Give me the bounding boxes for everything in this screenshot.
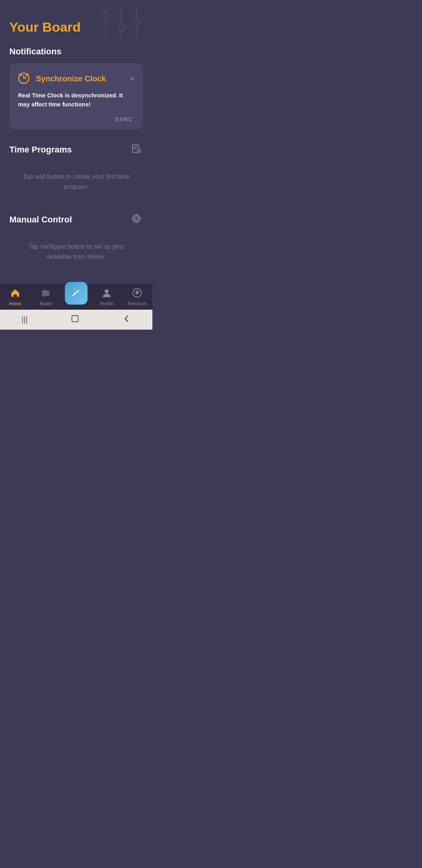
notification-card: Synchronize Clock × Real Time Clock is d… — [9, 63, 143, 129]
nav-label-home: Home — [9, 301, 21, 307]
notification-header: Synchronize Clock × — [16, 70, 136, 87]
system-recents-button[interactable]: ||| — [21, 315, 28, 324]
notification-close-button[interactable]: × — [129, 74, 136, 84]
main-content: Your Board Notifications — [0, 0, 152, 283]
svg-rect-25 — [72, 316, 78, 322]
bottom-nav: Home Board — [0, 283, 152, 310]
add-time-program-button[interactable] — [130, 142, 143, 158]
nav-item-magic[interactable] — [64, 290, 88, 305]
premium-icon — [132, 288, 142, 299]
nav-label-premium: Premium — [128, 301, 147, 307]
svg-point-23 — [105, 289, 109, 293]
system-nav: ||| — [0, 310, 152, 330]
nav-item-home[interactable]: Home — [4, 288, 27, 307]
svg-point-21 — [43, 294, 45, 296]
notification-title: Synchronize Clock — [36, 74, 106, 83]
nav-label-profile: Profile — [100, 301, 113, 307]
nav-item-board[interactable]: Board — [34, 288, 57, 307]
time-programs-section: Time Programs Tap add button to create y… — [9, 142, 143, 199]
manual-control-empty-hint: Tap configure button to set up pins avai… — [9, 234, 143, 269]
home-icon — [10, 288, 20, 299]
system-home-button[interactable] — [71, 314, 79, 325]
nav-item-profile[interactable]: Profile — [95, 288, 118, 307]
page-title: Your Board — [9, 20, 143, 35]
time-programs-title: Time Programs — [9, 145, 72, 155]
svg-point-15 — [135, 217, 138, 220]
nav-item-premium[interactable]: Premium — [125, 288, 149, 307]
magic-center-button[interactable] — [65, 282, 88, 305]
nav-label-board: Board — [39, 301, 52, 307]
time-programs-empty-hint: Tap add button to create your first time… — [9, 164, 143, 199]
notifications-section-header: Notifications — [9, 47, 143, 57]
profile-icon — [102, 288, 112, 299]
alarm-icon — [16, 70, 31, 87]
svg-point-19 — [44, 291, 46, 292]
notification-body: Real Time Clock is desynchronized. It ma… — [16, 91, 136, 109]
magic-wand-icon — [71, 287, 82, 299]
board-icon — [41, 288, 51, 299]
manual-control-section: Manual Control Tap configure button to s… — [9, 212, 143, 269]
page-wrapper: Your Board Notifications — [0, 0, 152, 330]
manual-control-title: Manual Control — [9, 215, 72, 225]
svg-point-20 — [46, 292, 48, 294]
notification-action: SYNC — [16, 114, 136, 124]
notification-title-row: Synchronize Clock — [16, 70, 106, 87]
svg-line-22 — [73, 291, 78, 296]
time-programs-section-header: Time Programs — [9, 142, 143, 158]
system-back-button[interactable] — [122, 314, 131, 325]
configure-manual-control-button[interactable] — [130, 212, 143, 228]
sync-button[interactable]: SYNC — [112, 114, 136, 124]
notifications-section-title: Notifications — [9, 47, 61, 57]
manual-control-section-header: Manual Control — [9, 212, 143, 228]
